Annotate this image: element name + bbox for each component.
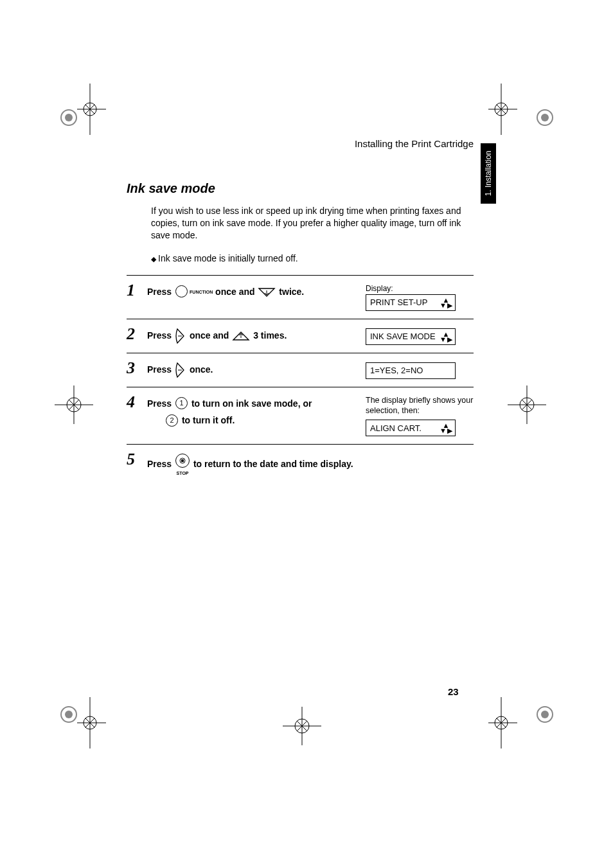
display-label: Display:: [366, 284, 393, 293]
step-row: 1 Press FUNCTION once and twice. Display…: [127, 276, 474, 319]
step-instruction: Press once and 3 times.: [147, 326, 366, 344]
step-display: 1=YES, 2=NO: [366, 360, 474, 379]
step-number: 5: [127, 451, 147, 468]
step-instruction: Press STOP to return to the date and tim…: [147, 451, 474, 477]
page-number: 23: [448, 686, 459, 697]
right-arrow-key-icon: [174, 362, 187, 378]
scroll-arrows-icon: ▲▼▶: [440, 297, 452, 308]
step-instruction: Press once.: [147, 360, 366, 378]
scroll-arrows-icon: ▲▼▶: [440, 332, 452, 342]
side-tab: 1. Installation: [481, 143, 496, 204]
reg-mark: [55, 385, 93, 424]
svg-point-25: [65, 711, 73, 718]
display-text: PRINT SET-UP: [370, 297, 427, 307]
display-text: ALIGN CART.: [370, 423, 422, 433]
stop-key-icon: [175, 454, 190, 468]
display-text: 1=YES, 2=NO: [370, 366, 423, 375]
down-arrow-key-icon: [257, 287, 276, 298]
running-head: Installing the Print Cartridge: [127, 138, 474, 149]
step-number: 2: [127, 326, 147, 342]
note-bullet: Ink save mode is initially turned off.: [151, 253, 474, 263]
reg-mark: [488, 84, 559, 135]
step-number: 3: [127, 360, 147, 376]
step-number: 1: [127, 282, 147, 299]
step-row: 3 Press once. 1=YES, 2=NO: [127, 353, 474, 387]
step-display: The display briefly shows your selection…: [366, 394, 474, 437]
svg-point-1: [65, 114, 73, 121]
display-box: PRINT SET-UP ▲▼▶: [366, 294, 456, 311]
step-row: 4 Press 1 to turn on ink save mode, or 2…: [127, 387, 474, 445]
display-note: The display briefly shows your selection…: [366, 395, 474, 416]
display-box: ALIGN CART. ▲▼▶: [366, 420, 456, 436]
stop-label: STOP: [174, 469, 191, 477]
display-box: INK SAVE MODE ▲▼▶: [366, 328, 456, 345]
display-box: 1=YES, 2=NO: [366, 362, 456, 379]
step-number: 4: [127, 394, 147, 411]
reg-mark: [283, 707, 321, 745]
step-display: Display: PRINT SET-UP ▲▼▶: [366, 282, 474, 311]
step-row: 5 Press STOP to return to the date and t…: [127, 445, 474, 485]
step-row: 2 Press once and 3 times. INK SAVE MODE …: [127, 319, 474, 353]
step-instruction: Press FUNCTION once and twice.: [147, 282, 366, 301]
reg-mark: [55, 84, 106, 135]
key-1-icon: 1: [175, 397, 188, 409]
scroll-arrows-icon: ▲▼▶: [440, 423, 452, 433]
svg-point-13: [541, 114, 549, 121]
function-key-icon: [175, 285, 188, 297]
reg-mark: [508, 385, 546, 424]
reg-mark: [488, 697, 559, 748]
up-arrow-key-icon: [231, 330, 251, 342]
step-instruction: Press 1 to turn on ink save mode, or 2 t…: [147, 394, 366, 429]
steps-table: 1 Press FUNCTION once and twice. Display…: [127, 275, 474, 485]
right-arrow-key-icon: [174, 328, 187, 344]
function-label: FUNCTION: [190, 290, 213, 294]
svg-point-42: [541, 711, 549, 718]
key-2-icon: 2: [166, 414, 178, 427]
step-display: INK SAVE MODE ▲▼▶: [366, 326, 474, 345]
section-heading: Ink save mode: [127, 181, 474, 196]
intro-paragraph: If you wish to use less ink or speed up …: [151, 205, 474, 242]
reg-mark: [55, 697, 106, 748]
page-content: Installing the Print Cartridge Ink save …: [127, 138, 474, 485]
side-tab-label: 1. Installation: [484, 151, 493, 197]
svg-rect-50: [181, 459, 184, 462]
display-text: INK SAVE MODE: [370, 332, 436, 341]
